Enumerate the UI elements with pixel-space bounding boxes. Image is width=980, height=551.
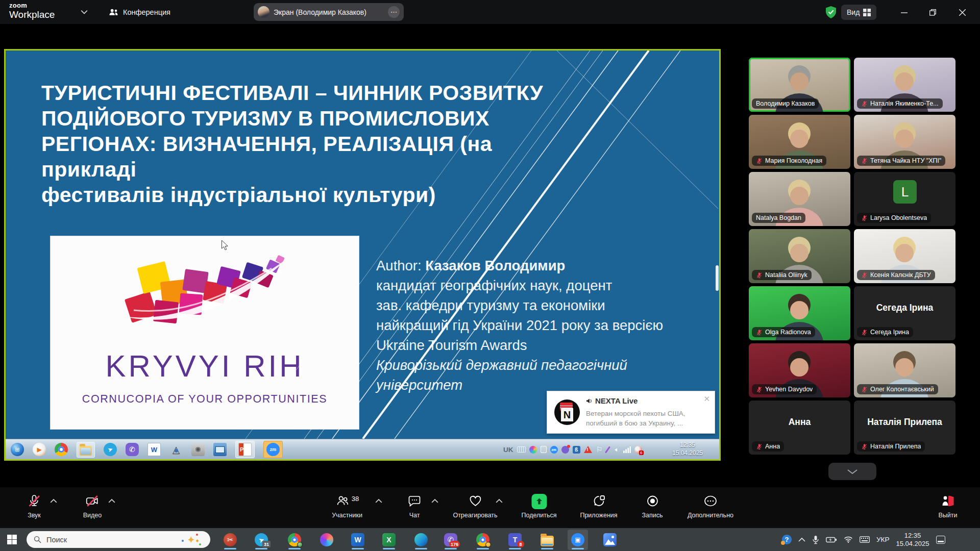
shared-pen-icon [604, 446, 610, 453]
taskbar-chrome[interactable] [284, 530, 305, 550]
taskbar-chrome-alt[interactable] [473, 530, 493, 550]
help-tray-icon[interactable] [782, 535, 792, 544]
participant-tile[interactable]: Наталія Якименко-Те... [854, 58, 955, 112]
record-button[interactable]: Запись [642, 494, 663, 519]
shared-powerpoint-icon [238, 443, 252, 456]
slide-title-line: ПОДІЙОВОГО ТУРИЗМУ В ПРОМИСЛОВИХ [41, 106, 593, 131]
taskbar-teams[interactable]: 8 [505, 530, 525, 550]
taskbar-word[interactable] [348, 530, 368, 550]
keyboard-tray-icon[interactable] [860, 536, 870, 543]
participant-tile[interactable]: Olga Radionova [749, 286, 850, 340]
participant-tile[interactable]: АннаАнна [749, 400, 850, 455]
audio-button[interactable]: Звук [27, 494, 41, 519]
tab-screen-share[interactable]: Экран (Володимир Казаков) [254, 3, 404, 21]
muted-mic-icon [861, 329, 868, 336]
mic-tray-icon[interactable] [812, 535, 819, 544]
chat-options-chevron[interactable] [431, 498, 438, 504]
logo-subtitle: CORNUCOPIA OF YOUR OPPORTUNITIES [51, 393, 359, 406]
tab-screen-label: Экран (Володимир Казаков) [274, 8, 384, 16]
participant-tile[interactable]: Сегеда ІринаСегеда Ірина [854, 286, 955, 340]
close-button[interactable] [954, 5, 970, 19]
presenter-avatar [258, 6, 270, 18]
share-screen-button[interactable]: Поделиться [521, 494, 556, 519]
chat-button[interactable]: Чат [407, 494, 422, 519]
shared-media-player-icon [33, 443, 46, 456]
shared-badge-icon [634, 446, 642, 454]
slide-title-line: РЕГІОНАХ: ВИЗНАЧЕННЯ, РЕАЛІЗАЦІЯ (на при… [41, 131, 593, 182]
taskbar-excel[interactable] [379, 530, 399, 550]
workspace-chevron-icon[interactable] [81, 10, 88, 14]
tab-conference-label: Конференция [123, 8, 170, 16]
meeting-controls: Звук Видео 38 Участники Чат Отреагироват… [0, 487, 980, 528]
taskbar-clock[interactable]: 12:35 15.04.2025 [896, 532, 929, 548]
participant-tile[interactable]: Мария Поколодная [749, 115, 850, 169]
taskbar-photos[interactable] [600, 530, 620, 550]
muted-mic-icon [861, 215, 868, 221]
taskbar-viber[interactable]: 176 [440, 530, 461, 550]
participant-tile[interactable]: Natalya Bogdan [749, 172, 850, 226]
slide-title-line: фестивалів індустріальної культури) [41, 182, 593, 208]
shared-powerpoint-active [235, 441, 255, 458]
search-input[interactable]: Поиск ✦✦ [27, 531, 210, 548]
react-options-chevron[interactable] [496, 498, 503, 504]
shared-zoom-icon [266, 443, 280, 456]
taskbar-screenshot-app[interactable] [220, 530, 240, 550]
muted-mic-icon [861, 443, 868, 450]
more-participants-button[interactable] [828, 463, 876, 480]
participants-button[interactable]: 38 Участники [332, 494, 362, 519]
participant-tile[interactable]: Nataliia Oliinyk [749, 229, 850, 283]
shared-remote-desktop-icon [213, 443, 227, 456]
presentation-slide: ТУРИСТИЧНІ ФЕСТИВАЛІ – ЧИННИК РОЗВИТКУ П… [6, 51, 719, 439]
kryvyi-rih-logo: KRYVYI RIH CORNUCOPIA OF YOUR OPPORTUNIT… [50, 236, 359, 430]
restore-button[interactable] [925, 5, 940, 19]
wifi-tray-icon[interactable] [844, 536, 853, 543]
muted-mic-icon [861, 272, 868, 279]
tab-more-button[interactable] [388, 6, 400, 18]
react-button[interactable]: Отреагировать [453, 494, 497, 519]
muted-mic-icon [756, 272, 763, 279]
shared-start-orb-icon [11, 443, 24, 456]
shared-windows7-taskbar: UK 12:35 15.04.2025 [6, 439, 719, 459]
language-indicator[interactable]: УКР [876, 536, 889, 543]
minimize-button[interactable] [896, 5, 912, 19]
security-shield-icon[interactable] [825, 6, 837, 19]
avatar-letter: L [893, 180, 917, 204]
system-tray: УКР 12:35 15.04.2025 [782, 528, 945, 551]
start-button[interactable] [7, 535, 17, 544]
participant-tile[interactable]: Тетяна Чайка НТУ "ХПІ" [854, 115, 955, 169]
participant-tile[interactable]: Yevhen Davydov [749, 343, 850, 397]
participant-display-name: Сегеда Ірина [854, 303, 955, 313]
participant-tile[interactable]: Володимир Казаков [749, 58, 850, 112]
taskbar-copilot[interactable] [316, 530, 337, 550]
participants-options-chevron[interactable] [375, 498, 382, 504]
shared-flag-icon [596, 446, 603, 454]
taskbar-telegram[interactable]: 31 [251, 530, 272, 550]
notification-close-icon: ✕ [703, 394, 710, 404]
video-button[interactable]: Видео [83, 494, 102, 519]
heart-icon [468, 494, 482, 508]
video-options-chevron[interactable] [108, 498, 115, 504]
muted-mic-icon [756, 329, 763, 336]
audio-options-chevron[interactable] [50, 498, 57, 504]
participant-tile[interactable]: Олег Колонтаєвський [854, 343, 955, 397]
view-button[interactable]: Вид [841, 5, 876, 20]
more-button[interactable]: Дополнительно [688, 494, 733, 519]
teams-badge: 8 [517, 541, 524, 547]
action-center-icon[interactable] [936, 536, 945, 544]
taskbar-zoom-active[interactable] [568, 530, 588, 550]
chat-icon [407, 494, 422, 508]
participant-tile[interactable]: Наталія ПрилепаНаталія Прилепа [854, 400, 955, 455]
tray-expand-chevron[interactable] [798, 537, 805, 542]
taskbar-file-explorer[interactable] [537, 530, 557, 550]
mouse-cursor [220, 240, 229, 251]
shared-zoom-tray-icon [550, 446, 558, 454]
participant-tile[interactable]: Ксенія Калєнік ДБТУ [854, 229, 955, 283]
leave-button[interactable]: Выйти [938, 494, 957, 519]
notification-body: Ветеран морской пехоты США, погибший в б… [586, 409, 685, 428]
participant-tile[interactable]: LLarysa Obolentseva [854, 172, 955, 226]
battery-tray-icon[interactable] [826, 537, 837, 543]
tab-conference[interactable]: Конференция [105, 4, 175, 20]
shared-signal-icon [623, 446, 631, 454]
taskbar-edge[interactable] [411, 530, 431, 550]
apps-button[interactable]: Приложения [580, 494, 617, 519]
